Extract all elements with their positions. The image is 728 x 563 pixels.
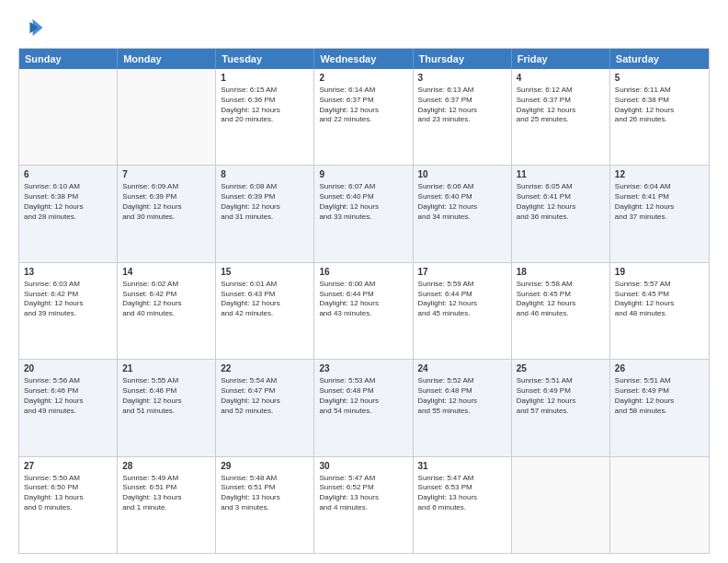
- day-number: 27: [24, 460, 112, 472]
- calendar-header: SundayMondayTuesdayWednesdayThursdayFrid…: [19, 49, 709, 69]
- cell-info: Sunrise: 6:07 AM Sunset: 6:40 PM Dayligh…: [319, 182, 407, 222]
- calendar-row: 1Sunrise: 6:15 AM Sunset: 6:36 PM Daylig…: [19, 69, 709, 165]
- calendar-cell: 31Sunrise: 5:47 AM Sunset: 6:53 PM Dayli…: [414, 457, 512, 553]
- day-number: 23: [319, 362, 407, 374]
- cell-info: Sunrise: 5:54 AM Sunset: 6:47 PM Dayligh…: [221, 376, 309, 416]
- calendar-cell: 15Sunrise: 6:01 AM Sunset: 6:43 PM Dayli…: [216, 263, 314, 359]
- calendar-cell: 19Sunrise: 5:57 AM Sunset: 6:45 PM Dayli…: [610, 263, 709, 359]
- cell-info: Sunrise: 6:06 AM Sunset: 6:40 PM Dayligh…: [418, 182, 506, 222]
- day-number: 28: [122, 460, 210, 472]
- calendar-cell: [512, 457, 610, 553]
- calendar-cell: 16Sunrise: 6:00 AM Sunset: 6:44 PM Dayli…: [314, 263, 413, 359]
- cell-info: Sunrise: 6:05 AM Sunset: 6:41 PM Dayligh…: [517, 182, 605, 222]
- cell-info: Sunrise: 5:51 AM Sunset: 6:49 PM Dayligh…: [615, 376, 704, 416]
- day-number: 31: [418, 460, 506, 472]
- day-number: 3: [418, 72, 506, 84]
- day-number: 6: [24, 168, 112, 180]
- header-cell-saturday: Saturday: [610, 49, 709, 69]
- cell-info: Sunrise: 5:47 AM Sunset: 6:52 PM Dayligh…: [319, 474, 407, 513]
- calendar-cell: 30Sunrise: 5:47 AM Sunset: 6:52 PM Dayli…: [314, 457, 413, 553]
- calendar-cell: 8Sunrise: 6:08 AM Sunset: 6:39 PM Daylig…: [216, 166, 314, 261]
- calendar-cell: 12Sunrise: 6:04 AM Sunset: 6:41 PM Dayli…: [610, 166, 709, 261]
- calendar-cell: 22Sunrise: 5:54 AM Sunset: 6:47 PM Dayli…: [216, 360, 314, 455]
- header: [18, 15, 710, 40]
- calendar-cell: 6Sunrise: 6:10 AM Sunset: 6:38 PM Daylig…: [19, 166, 118, 261]
- cell-info: Sunrise: 5:51 AM Sunset: 6:49 PM Dayligh…: [517, 376, 605, 416]
- day-number: 4: [517, 72, 605, 84]
- cell-info: Sunrise: 5:49 AM Sunset: 6:51 PM Dayligh…: [122, 474, 210, 513]
- cell-info: Sunrise: 6:10 AM Sunset: 6:38 PM Dayligh…: [24, 182, 112, 222]
- calendar-cell: 27Sunrise: 5:50 AM Sunset: 6:50 PM Dayli…: [19, 457, 118, 553]
- day-number: 18: [517, 266, 605, 278]
- calendar-body: 1Sunrise: 6:15 AM Sunset: 6:36 PM Daylig…: [19, 69, 709, 553]
- day-number: 26: [615, 362, 704, 374]
- cell-info: Sunrise: 6:03 AM Sunset: 6:42 PM Dayligh…: [24, 280, 112, 319]
- calendar-cell: 4Sunrise: 6:12 AM Sunset: 6:37 PM Daylig…: [512, 69, 610, 165]
- header-cell-wednesday: Wednesday: [314, 49, 413, 69]
- cell-info: Sunrise: 6:14 AM Sunset: 6:37 PM Dayligh…: [319, 86, 407, 125]
- day-number: 24: [418, 362, 506, 374]
- calendar-cell: [610, 457, 709, 553]
- day-number: 22: [221, 362, 309, 374]
- cell-info: Sunrise: 6:09 AM Sunset: 6:39 PM Dayligh…: [122, 182, 210, 222]
- day-number: 12: [615, 168, 704, 180]
- day-number: 11: [517, 168, 605, 180]
- calendar-cell: 9Sunrise: 6:07 AM Sunset: 6:40 PM Daylig…: [314, 166, 413, 261]
- calendar-cell: 14Sunrise: 6:02 AM Sunset: 6:42 PM Dayli…: [118, 263, 216, 359]
- cell-info: Sunrise: 6:00 AM Sunset: 6:44 PM Dayligh…: [319, 280, 407, 319]
- calendar-cell: [19, 69, 118, 165]
- header-cell-sunday: Sunday: [19, 49, 118, 69]
- day-number: 5: [615, 72, 704, 84]
- calendar-row: 13Sunrise: 6:03 AM Sunset: 6:42 PM Dayli…: [19, 262, 709, 359]
- header-cell-friday: Friday: [512, 49, 610, 69]
- cell-info: Sunrise: 6:12 AM Sunset: 6:37 PM Dayligh…: [517, 86, 605, 125]
- calendar-cell: [118, 69, 216, 165]
- day-number: 16: [319, 266, 407, 278]
- calendar-cell: 25Sunrise: 5:51 AM Sunset: 6:49 PM Dayli…: [512, 360, 610, 455]
- cell-info: Sunrise: 6:08 AM Sunset: 6:39 PM Dayligh…: [221, 182, 309, 222]
- day-number: 19: [615, 266, 704, 278]
- calendar: SundayMondayTuesdayWednesdayThursdayFrid…: [18, 48, 710, 554]
- calendar-cell: 26Sunrise: 5:51 AM Sunset: 6:49 PM Dayli…: [610, 360, 709, 455]
- day-number: 15: [221, 266, 309, 278]
- calendar-cell: 20Sunrise: 5:56 AM Sunset: 6:46 PM Dayli…: [19, 360, 118, 455]
- calendar-cell: 13Sunrise: 6:03 AM Sunset: 6:42 PM Dayli…: [19, 263, 118, 359]
- calendar-cell: 24Sunrise: 5:52 AM Sunset: 6:48 PM Dayli…: [414, 360, 512, 455]
- cell-info: Sunrise: 5:58 AM Sunset: 6:45 PM Dayligh…: [517, 280, 605, 319]
- day-number: 14: [122, 266, 210, 278]
- cell-info: Sunrise: 5:57 AM Sunset: 6:45 PM Dayligh…: [615, 280, 704, 319]
- cell-info: Sunrise: 5:56 AM Sunset: 6:46 PM Dayligh…: [24, 376, 112, 416]
- day-number: 29: [221, 460, 309, 472]
- calendar-cell: 1Sunrise: 6:15 AM Sunset: 6:36 PM Daylig…: [216, 69, 314, 165]
- calendar-row: 6Sunrise: 6:10 AM Sunset: 6:38 PM Daylig…: [19, 165, 709, 261]
- cell-info: Sunrise: 5:47 AM Sunset: 6:53 PM Dayligh…: [418, 474, 506, 513]
- calendar-cell: 17Sunrise: 5:59 AM Sunset: 6:44 PM Dayli…: [414, 263, 512, 359]
- logo: [18, 15, 48, 40]
- calendar-cell: 18Sunrise: 5:58 AM Sunset: 6:45 PM Dayli…: [512, 263, 610, 359]
- calendar-cell: 3Sunrise: 6:13 AM Sunset: 6:37 PM Daylig…: [414, 69, 512, 165]
- header-cell-monday: Monday: [118, 49, 216, 69]
- calendar-row: 20Sunrise: 5:56 AM Sunset: 6:46 PM Dayli…: [19, 359, 709, 455]
- cell-info: Sunrise: 6:15 AM Sunset: 6:36 PM Dayligh…: [221, 86, 309, 125]
- cell-info: Sunrise: 6:02 AM Sunset: 6:42 PM Dayligh…: [122, 280, 210, 319]
- cell-info: Sunrise: 6:01 AM Sunset: 6:43 PM Dayligh…: [221, 280, 309, 319]
- cell-info: Sunrise: 5:59 AM Sunset: 6:44 PM Dayligh…: [418, 280, 506, 319]
- day-number: 8: [221, 168, 309, 180]
- cell-info: Sunrise: 5:55 AM Sunset: 6:46 PM Dayligh…: [122, 376, 210, 416]
- logo-icon: [18, 15, 44, 40]
- day-number: 10: [418, 168, 506, 180]
- day-number: 2: [319, 72, 407, 84]
- header-cell-thursday: Thursday: [414, 49, 512, 69]
- calendar-row: 27Sunrise: 5:50 AM Sunset: 6:50 PM Dayli…: [19, 456, 709, 553]
- cell-info: Sunrise: 5:50 AM Sunset: 6:50 PM Dayligh…: [24, 474, 112, 513]
- calendar-cell: 11Sunrise: 6:05 AM Sunset: 6:41 PM Dayli…: [512, 166, 610, 261]
- day-number: 7: [122, 168, 210, 180]
- header-cell-tuesday: Tuesday: [216, 49, 314, 69]
- calendar-cell: 23Sunrise: 5:53 AM Sunset: 6:48 PM Dayli…: [314, 360, 413, 455]
- calendar-cell: 2Sunrise: 6:14 AM Sunset: 6:37 PM Daylig…: [314, 69, 413, 165]
- cell-info: Sunrise: 5:48 AM Sunset: 6:51 PM Dayligh…: [221, 474, 309, 513]
- day-number: 1: [221, 72, 309, 84]
- cell-info: Sunrise: 5:53 AM Sunset: 6:48 PM Dayligh…: [319, 376, 407, 416]
- day-number: 20: [24, 362, 112, 374]
- calendar-cell: 5Sunrise: 6:11 AM Sunset: 6:38 PM Daylig…: [610, 69, 709, 165]
